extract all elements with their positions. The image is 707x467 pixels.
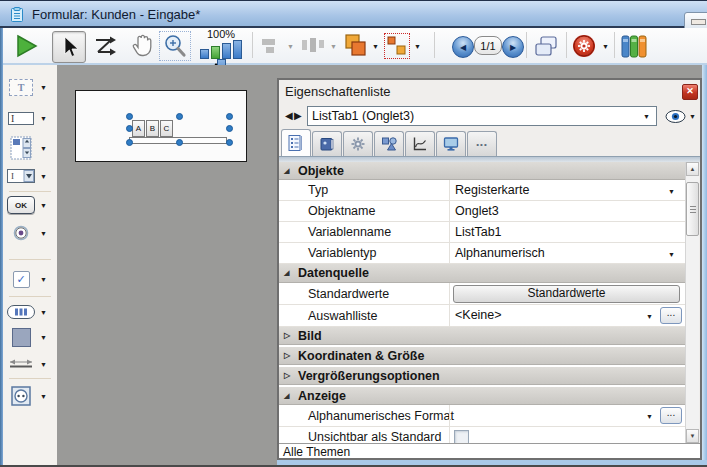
typ-value-cell[interactable]: Registerkarte ▼ bbox=[449, 180, 685, 200]
pages-button[interactable] bbox=[532, 32, 560, 60]
plugin-area-tool[interactable]: ▼ bbox=[3, 386, 57, 406]
distribute-button-disabled[interactable] bbox=[298, 34, 328, 58]
button-tool-dropdown[interactable]: ▼ bbox=[40, 202, 47, 209]
previous-object-button[interactable]: ◀ bbox=[285, 110, 293, 121]
scrollbar-thumb[interactable] bbox=[686, 182, 699, 236]
standardwerte-button[interactable]: Standardwerte bbox=[453, 285, 680, 303]
expand-icon[interactable]: ▷ bbox=[284, 351, 294, 360]
documentation-button[interactable] bbox=[620, 32, 648, 60]
layers-dropdown-arrow[interactable]: ▼ bbox=[372, 43, 379, 50]
tab-properties-list[interactable] bbox=[281, 129, 311, 156]
collapse-icon[interactable]: ◢ bbox=[284, 167, 294, 175]
next-page-button[interactable]: ▶ bbox=[502, 36, 524, 58]
execute-settings-button[interactable] bbox=[572, 34, 596, 58]
selection-handle-top-middle[interactable] bbox=[176, 113, 183, 120]
align-button-disabled[interactable] bbox=[258, 35, 284, 57]
zoom-bar-4[interactable] bbox=[233, 40, 242, 59]
tab-c[interactable]: C bbox=[160, 120, 173, 137]
tab-help[interactable] bbox=[312, 131, 342, 156]
format-value-cell[interactable]: ▼ ... bbox=[449, 405, 685, 426]
selection-handle-bottom-middle[interactable] bbox=[176, 139, 183, 146]
next-object-button[interactable]: ▶ bbox=[294, 110, 302, 121]
distribute-dropdown-arrow[interactable]: ▼ bbox=[330, 43, 337, 50]
expand-icon[interactable]: ▷ bbox=[284, 331, 294, 340]
properties-header[interactable]: Eigenschaftenliste ✕ bbox=[279, 80, 700, 102]
section-vergroesserung[interactable]: ▷ Vergrößerungsoptionen bbox=[279, 367, 685, 385]
format-dropdown-arrow[interactable]: ▼ bbox=[646, 413, 653, 420]
format-ellipsis-button[interactable]: ... bbox=[660, 407, 682, 424]
objektname-value-cell[interactable]: Onglet3 bbox=[449, 201, 685, 221]
properties-scrollbar[interactable]: ▲ ▼ bbox=[685, 162, 699, 443]
selection-handle-bottom-right[interactable] bbox=[226, 139, 233, 146]
scroll-down-button[interactable]: ▼ bbox=[686, 429, 699, 443]
selection-mode-button[interactable] bbox=[384, 33, 410, 59]
button-bar-tool-dropdown[interactable]: ▼ bbox=[40, 309, 47, 316]
close-button[interactable]: ✕ bbox=[682, 84, 698, 100]
layers-button[interactable] bbox=[342, 32, 370, 60]
selection-handle-bottom-left[interactable] bbox=[126, 139, 133, 146]
form-page[interactable]: A B C bbox=[75, 90, 247, 162]
listbox-tool[interactable]: ▼ bbox=[3, 136, 57, 160]
align-dropdown-arrow[interactable]: ▼ bbox=[287, 43, 294, 50]
tab-more[interactable]: ••• bbox=[467, 131, 497, 156]
selection-handle-top-right[interactable] bbox=[226, 113, 233, 120]
select-tool-button[interactable] bbox=[52, 31, 86, 63]
visibility-menu[interactable]: ▼ bbox=[665, 108, 699, 124]
expand-icon[interactable]: ▷ bbox=[284, 371, 294, 380]
button-bar-tool[interactable]: ▼ bbox=[3, 305, 57, 319]
section-objekte[interactable]: ◢ Objekte bbox=[279, 162, 685, 180]
selection-handle-middle-right[interactable] bbox=[226, 125, 233, 132]
run-button[interactable] bbox=[12, 32, 40, 60]
selection-handle-top-left[interactable] bbox=[126, 113, 133, 120]
zoom-bar-current[interactable] bbox=[211, 46, 220, 59]
previous-page-button[interactable]: ◀ bbox=[452, 36, 474, 58]
tab-display[interactable] bbox=[436, 131, 466, 156]
plugin-tool-dropdown[interactable]: ▼ bbox=[40, 393, 47, 400]
section-bild[interactable]: ▷ Bild bbox=[279, 327, 685, 345]
auswahlliste-ellipsis-button[interactable]: ... bbox=[660, 307, 682, 324]
variablentyp-dropdown-arrow[interactable]: ▼ bbox=[668, 251, 675, 258]
rectangle-tool-dropdown[interactable]: ▼ bbox=[40, 334, 47, 341]
selection-handle-middle-left[interactable] bbox=[126, 125, 133, 132]
listbox-tool-dropdown[interactable]: ▼ bbox=[40, 145, 47, 152]
section-datenquelle[interactable]: ◢ Datenquelle bbox=[279, 264, 685, 283]
tab-b[interactable]: B bbox=[146, 120, 159, 137]
section-anzeige[interactable]: ◢ Anzeige bbox=[279, 387, 685, 405]
checkbox-tool[interactable]: ✓ ▼ bbox=[3, 271, 57, 288]
tab-order-tool-button[interactable] bbox=[92, 33, 120, 59]
collapse-icon[interactable]: ◢ bbox=[284, 269, 294, 277]
radio-button-tool[interactable]: ▼ bbox=[3, 225, 57, 241]
collapse-icon[interactable]: ◢ bbox=[284, 392, 294, 400]
pan-tool-button[interactable] bbox=[128, 32, 156, 60]
zoom-tool-button[interactable] bbox=[159, 31, 191, 61]
unsichtbar-checkbox[interactable] bbox=[454, 430, 469, 443]
splitter-tool[interactable]: ▼ bbox=[3, 356, 57, 372]
object-selector-combobox[interactable]: ListTab1 (Onglet3) ▼ bbox=[307, 106, 657, 126]
checkbox-tool-dropdown[interactable]: ▼ bbox=[40, 276, 47, 283]
radio-tool-dropdown[interactable]: ▼ bbox=[40, 230, 47, 237]
rectangle-tool[interactable]: ▼ bbox=[3, 328, 57, 347]
variablentyp-value-cell[interactable]: Alphanumerisch ▼ bbox=[449, 243, 685, 263]
scroll-up-button[interactable]: ▲ bbox=[686, 162, 699, 176]
selection-dropdown-arrow[interactable]: ▼ bbox=[414, 43, 421, 50]
section-koordinaten[interactable]: ▷ Koordinaten & Größe bbox=[279, 347, 685, 365]
combobox-tool[interactable]: I ▼ bbox=[3, 169, 57, 183]
typ-dropdown-arrow[interactable]: ▼ bbox=[668, 188, 675, 195]
execute-dropdown-arrow[interactable]: ▼ bbox=[602, 43, 609, 50]
titlebar[interactable]: Formular: Kunden - Eingabe* bbox=[0, 0, 707, 28]
combobox-tool-dropdown[interactable]: ▼ bbox=[40, 173, 47, 180]
variablenname-value-cell[interactable]: ListTab1 bbox=[449, 222, 685, 242]
zoom-bar-1[interactable] bbox=[200, 49, 209, 59]
text-label-tool[interactable]: T ▼ bbox=[3, 79, 57, 96]
tab-settings[interactable] bbox=[343, 131, 373, 156]
selector-dropdown-arrow[interactable]: ▼ bbox=[643, 113, 650, 120]
page-indicator[interactable]: 1/1 bbox=[474, 36, 502, 55]
splitter-tool-dropdown[interactable]: ▼ bbox=[40, 361, 47, 368]
tab-objects[interactable] bbox=[374, 131, 404, 156]
input-tool-dropdown[interactable]: ▼ bbox=[40, 115, 47, 122]
eye-dropdown-arrow[interactable]: ▼ bbox=[689, 113, 696, 120]
button-tool[interactable]: OK ▼ bbox=[3, 196, 57, 214]
themes-footer[interactable]: Alle Themen bbox=[279, 443, 700, 458]
text-tool-dropdown[interactable]: ▼ bbox=[40, 84, 47, 91]
input-field-tool[interactable]: I ▼ bbox=[3, 112, 57, 125]
